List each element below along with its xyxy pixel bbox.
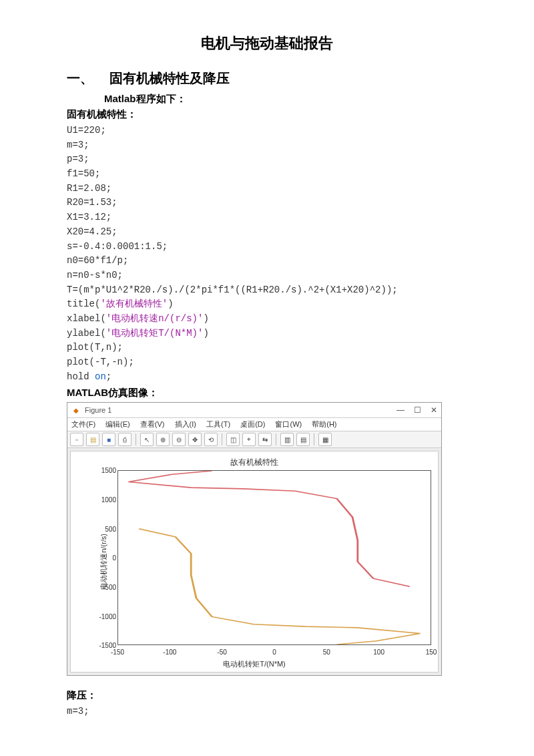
ytick: 1500: [101, 467, 116, 474]
link-icon[interactable]: ⇆: [258, 433, 272, 446]
ytick: 1000: [101, 496, 116, 504]
xtick: 100: [373, 648, 384, 656]
label-simulation: MATLAB仿真图像：: [67, 387, 467, 399]
rotate-icon[interactable]: ⟲: [204, 433, 218, 446]
brush-icon[interactable]: ⌖: [242, 433, 256, 446]
ytick: -1000: [99, 612, 116, 620]
toolbar-separator: [136, 433, 136, 445]
menu-window[interactable]: 窗口(W): [275, 420, 302, 428]
document-title: 电机与拖动基础报告: [67, 33, 467, 53]
datacursor-icon[interactable]: ◫: [226, 433, 240, 446]
toolbar-separator: [314, 433, 314, 445]
print-icon[interactable]: ⎙: [118, 433, 131, 446]
menu-file[interactable]: 文件(F): [71, 420, 95, 428]
pointer-icon[interactable]: ↖: [140, 433, 154, 446]
label-inherent: 固有机械特性：: [67, 108, 467, 121]
colorbar-icon[interactable]: ▥: [280, 433, 294, 446]
close-icon[interactable]: ✕: [431, 405, 437, 415]
matlab-figure-window: ◆ Figure 1 — ☐ ✕ 文件(F) 编辑(E) 查看(V) 插入(I)…: [67, 402, 442, 676]
section-number: 一、: [67, 69, 93, 87]
minimize-icon[interactable]: —: [396, 405, 405, 415]
xtick: -100: [163, 648, 176, 656]
ytick: -1500: [99, 642, 116, 649]
menu-view[interactable]: 查看(V): [140, 420, 165, 428]
chart-xlabel: 电动机转矩T/(N*M): [71, 659, 438, 669]
label-voltage-drop: 降压：: [67, 689, 467, 702]
menu-edit[interactable]: 编辑(E): [105, 420, 130, 428]
maximize-icon[interactable]: ☐: [414, 405, 421, 415]
code-block-2: m=3;: [67, 705, 467, 719]
xtick: 150: [426, 648, 437, 656]
matlab-icon: ◆: [71, 405, 81, 415]
chart-title: 故有机械特性: [71, 457, 438, 468]
code-block-1: U1=220; m=3; p=3; f1=50; R1=2.08; R20=1.…: [67, 124, 467, 384]
legend-icon[interactable]: ▤: [296, 433, 310, 446]
save-icon[interactable]: ■: [102, 433, 115, 446]
ytick: -500: [103, 584, 116, 591]
toolbar-separator: [222, 433, 222, 445]
new-icon[interactable]: ▫: [70, 433, 83, 446]
menu-desktop[interactable]: 桌面(D): [240, 420, 265, 428]
chart-svg: [118, 471, 431, 644]
chart-axes: [117, 470, 431, 645]
open-icon[interactable]: ▤: [86, 433, 99, 446]
figure-title-text: Figure 1: [85, 406, 111, 414]
ytick: 500: [105, 525, 116, 532]
zoom-in-icon[interactable]: ⊕: [156, 433, 170, 446]
zoom-out-icon[interactable]: ⊖: [172, 433, 186, 446]
menu-tools[interactable]: 工具(T): [206, 420, 230, 428]
subheading-matlab: Matlab程序如下：: [104, 93, 467, 106]
figure-menubar: 文件(F) 编辑(E) 查看(V) 插入(I) 工具(T) 桌面(D) 窗口(W…: [67, 418, 441, 431]
xtick: 0: [272, 648, 276, 656]
xtick: -150: [111, 648, 124, 656]
ytick: 0: [112, 554, 116, 562]
chart-ylabel: 电动机转速n/(r/s): [99, 534, 109, 590]
xtick: 50: [323, 648, 330, 656]
menu-insert[interactable]: 插入(I): [175, 420, 196, 428]
section-heading: 一、 固有机械特性及降压: [67, 69, 467, 87]
section-title: 固有机械特性及降压: [109, 69, 230, 87]
figure-toolbar: ▫ ▤ ■ ⎙ ↖ ⊕ ⊖ ✥ ⟲ ◫ ⌖ ⇆ ▥ ▤ ▦: [67, 431, 441, 448]
layout-icon[interactable]: ▦: [318, 433, 332, 446]
xtick: -50: [217, 648, 226, 656]
menu-help[interactable]: 帮助(H): [312, 420, 336, 428]
figure-titlebar: ◆ Figure 1 — ☐ ✕: [67, 403, 441, 418]
pan-icon[interactable]: ✥: [188, 433, 202, 446]
plot-area: 故有机械特性 电动机转速n/(r/s) 电动机转矩T/(N*M) -1500-1…: [70, 451, 439, 673]
toolbar-separator: [276, 433, 276, 445]
